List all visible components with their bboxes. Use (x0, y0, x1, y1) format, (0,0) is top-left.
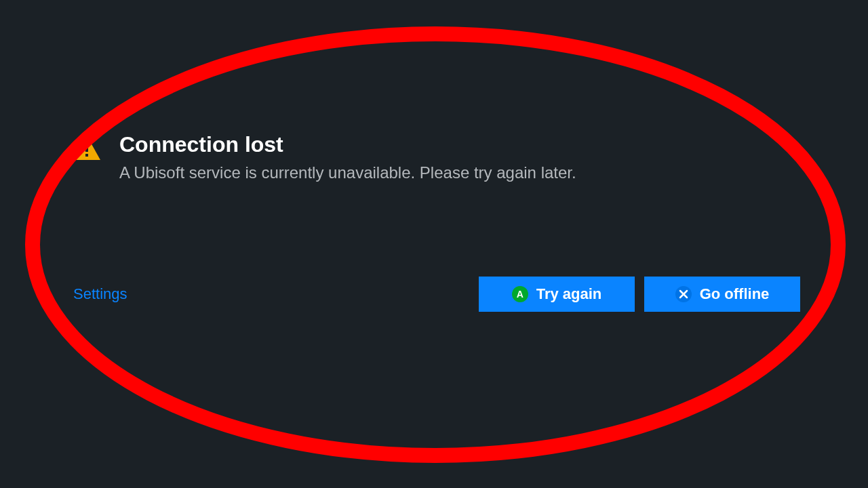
try-again-button[interactable]: A Try again (479, 277, 635, 312)
annotation-highlight-ellipse (23, 24, 848, 465)
gamepad-x-icon (675, 286, 692, 302)
warning-icon (73, 136, 100, 163)
dialog-header: Connection lost A Ubisoft service is cur… (73, 131, 800, 184)
go-offline-button[interactable]: Go offline (644, 277, 800, 312)
dialog-actions: Settings A Try again Go offline (73, 277, 800, 312)
go-offline-label: Go offline (700, 285, 770, 303)
dialog-message: A Ubisoft service is currently unavailab… (119, 161, 800, 184)
dialog-title: Connection lost (119, 131, 800, 157)
svg-rect-2 (85, 154, 88, 157)
dialog-text: Connection lost A Ubisoft service is cur… (119, 131, 800, 184)
connection-lost-dialog: Connection lost A Ubisoft service is cur… (73, 131, 800, 184)
actions-right: A Try again Go offline (479, 277, 800, 312)
gamepad-a-icon: A (512, 286, 528, 302)
try-again-label: Try again (536, 285, 602, 303)
svg-rect-1 (85, 143, 88, 152)
settings-link[interactable]: Settings (73, 285, 127, 303)
svg-point-0 (33, 34, 838, 455)
settings-label: Settings (73, 285, 127, 302)
